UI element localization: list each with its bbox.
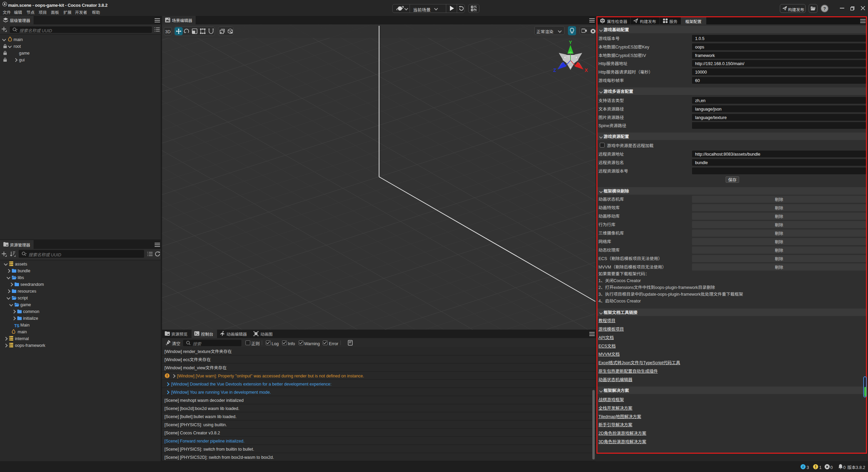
svg-text:Y: Y — [569, 40, 572, 45]
svg-text:Z: Z — [553, 67, 556, 73]
svg-text:?: ? — [823, 6, 826, 11]
svg-text:X: X — [585, 67, 588, 73]
